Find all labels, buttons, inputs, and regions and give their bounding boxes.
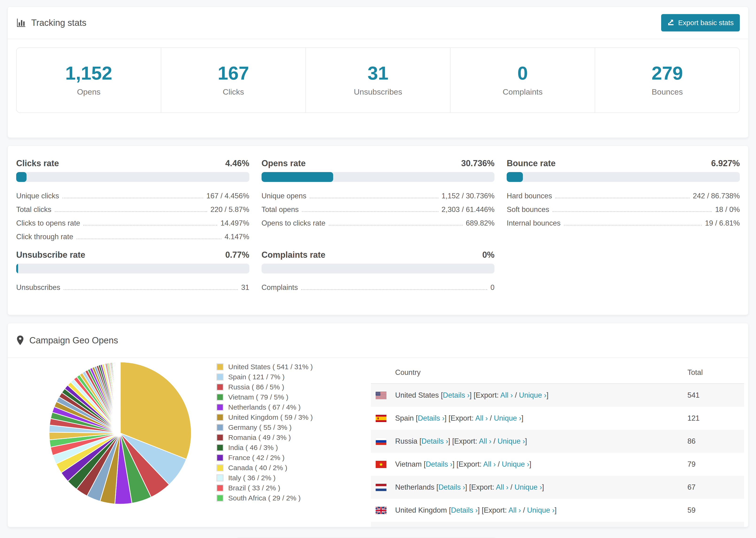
- column-flag: [371, 362, 395, 384]
- export-unique-link[interactable]: Unique ›: [514, 483, 542, 491]
- export-unique-link[interactable]: Unique ›: [519, 391, 546, 399]
- country-total: 541: [687, 384, 744, 407]
- legend-item[interactable]: Italy ( 36 / 2% ): [216, 473, 371, 483]
- summary-row: 1,152 Opens 167 Clicks 31 Unsubscribes 0…: [16, 47, 740, 113]
- summary-stat-cell: 167 Clicks: [161, 48, 306, 112]
- stat-value: 0: [517, 64, 528, 82]
- rate-title: Unsubscribe rate: [16, 250, 85, 260]
- details-link[interactable]: Details ›: [418, 414, 445, 422]
- stat-label: Clicks: [223, 87, 244, 96]
- legend-item[interactable]: United States ( 541 / 31% ): [216, 362, 371, 372]
- dotted-leader: [553, 211, 712, 212]
- column-country: Country: [395, 362, 687, 384]
- summary-stat-cell: 31 Unsubscribes: [306, 48, 451, 112]
- export-all-link[interactable]: All ›: [496, 483, 508, 491]
- metric-value: 0: [490, 283, 495, 294]
- rates-grid: Clicks rate 4.46% Unique clicks 167 / 4.…: [16, 158, 740, 294]
- export-button-label: Export basic stats: [678, 19, 734, 27]
- export-unique-link[interactable]: Unique ›: [494, 414, 521, 422]
- rate-progress-fill: [16, 172, 27, 182]
- rate-value: 4.46%: [225, 158, 249, 168]
- export-unique-link[interactable]: Unique ›: [498, 437, 525, 445]
- legend-label: United States ( 541 / 31% ): [228, 363, 313, 371]
- legend-label: France ( 42 / 2% ): [228, 454, 285, 462]
- flag-nl-icon: [376, 484, 387, 491]
- metric-label: Opens to clicks rate: [261, 219, 325, 230]
- rate-progress-track: [261, 264, 495, 273]
- geo-opens-header: Campaign Geo Opens: [8, 323, 748, 358]
- legend-item[interactable]: Germany ( 55 / 3% ): [216, 422, 371, 432]
- rate-progress-fill: [16, 264, 18, 273]
- export-unique-link[interactable]: Unique ›: [527, 506, 555, 514]
- dotted-leader: [564, 225, 702, 226]
- legend-item[interactable]: France ( 42 / 2% ): [216, 453, 371, 463]
- rate-title: Complaints rate: [261, 250, 325, 260]
- tracking-stats-card: Tracking stats Export basic stats 1,152 …: [8, 7, 748, 138]
- legend-item[interactable]: Romania ( 49 / 3% ): [216, 432, 371, 443]
- legend-swatch: [216, 444, 224, 451]
- country-total: 59: [687, 499, 744, 522]
- export-prefix: Export:: [484, 506, 507, 514]
- metric-label: Total clicks: [16, 205, 51, 216]
- stat-label: Complaints: [503, 87, 543, 96]
- export-prefix: Export:: [459, 460, 482, 468]
- geo-pie-wrap: [16, 358, 208, 527]
- details-link[interactable]: Details ›: [438, 483, 465, 491]
- legend-item[interactable]: India ( 46 / 3% ): [216, 443, 371, 453]
- rate-panel: Bounce rate 6.927% Hard bounces 242 / 86…: [507, 158, 740, 243]
- dotted-leader: [329, 225, 462, 226]
- country-total: 86: [687, 430, 744, 453]
- legend-swatch: [216, 363, 224, 370]
- stat-value: 167: [218, 64, 249, 82]
- rate-value: 30.736%: [461, 158, 495, 168]
- legend-item[interactable]: Vietnam ( 79 / 5% ): [216, 392, 371, 402]
- export-all-link[interactable]: All ›: [483, 460, 496, 468]
- legend-label: Netherlands ( 67 / 4% ): [228, 403, 300, 411]
- details-link[interactable]: Details ›: [421, 437, 448, 445]
- stat-label: Unsubscribes: [354, 87, 402, 96]
- rate-metric-row: Click through rate 4.147%: [16, 230, 249, 243]
- rate-metric-row: Hard bounces 242 / 86.738%: [507, 189, 740, 202]
- rates-card: Clicks rate 4.46% Unique clicks 167 / 4.…: [8, 145, 748, 315]
- export-prefix: Export:: [454, 437, 477, 445]
- bar-chart-icon: [16, 18, 26, 28]
- legend-item[interactable]: Spain ( 121 / 7% ): [216, 372, 371, 382]
- metric-value: 689.82%: [466, 219, 495, 230]
- rate-progress-track: [16, 172, 249, 182]
- legend-item[interactable]: Russia ( 86 / 5% ): [216, 382, 371, 392]
- country-name: Netherlands: [395, 483, 434, 491]
- metric-value: 220 / 5.87%: [210, 205, 249, 216]
- geo-table-row: United Kingdom [Details ›] [Export: All …: [371, 499, 744, 522]
- export-prefix: Export:: [476, 391, 499, 399]
- export-basic-stats-button[interactable]: Export basic stats: [661, 14, 740, 31]
- legend-item[interactable]: United Kingdom ( 59 / 3% ): [216, 412, 371, 422]
- stat-value: 279: [652, 64, 683, 82]
- legend-item[interactable]: Netherlands ( 67 / 4% ): [216, 402, 371, 412]
- rate-list: Unsubscribes 31: [16, 281, 249, 294]
- rate-progress-fill: [507, 172, 523, 182]
- legend-swatch: [216, 384, 224, 391]
- export-prefix: Export:: [471, 483, 494, 491]
- export-all-link[interactable]: All ›: [500, 391, 513, 399]
- details-link[interactable]: Details ›: [426, 460, 453, 468]
- legend-item[interactable]: Canada ( 40 / 2% ): [216, 463, 371, 473]
- export-all-link[interactable]: All ›: [475, 414, 488, 422]
- dotted-leader: [77, 239, 221, 239]
- geo-pie-legend: United States ( 541 / 31% ) Spain ( 121 …: [208, 358, 371, 527]
- export-all-link[interactable]: All ›: [479, 437, 491, 445]
- details-link[interactable]: Details ›: [443, 391, 469, 399]
- country-name: United States: [395, 391, 439, 399]
- rate-title: Bounce rate: [507, 158, 556, 168]
- geo-table-row: United States [Details ›] [Export: All ›…: [371, 384, 744, 407]
- export-all-link[interactable]: All ›: [509, 506, 521, 514]
- flag-us-icon: [376, 392, 387, 399]
- legend-item[interactable]: South Africa ( 29 / 2% ): [216, 493, 371, 503]
- country-total: 121: [687, 407, 744, 430]
- rate-progress-track: [16, 264, 249, 273]
- dotted-leader: [301, 289, 487, 290]
- details-link[interactable]: Details ›: [451, 506, 478, 514]
- geo-opens-pie-chart[interactable]: [47, 360, 193, 506]
- export-prefix: Export:: [451, 414, 473, 422]
- export-unique-link[interactable]: Unique ›: [502, 460, 529, 468]
- legend-item[interactable]: Brazil ( 33 / 2% ): [216, 483, 371, 493]
